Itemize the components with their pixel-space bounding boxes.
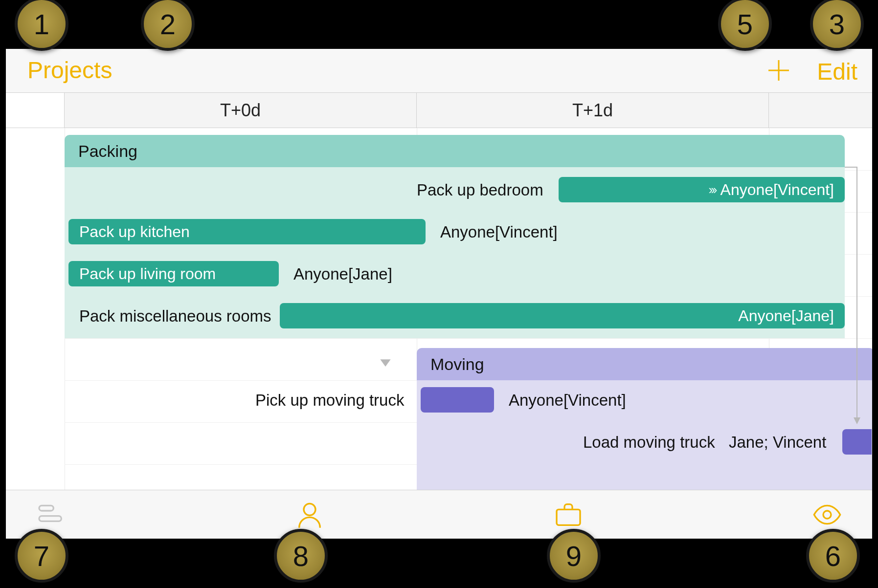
add-icon[interactable]	[765, 57, 792, 86]
toolbar	[6, 490, 872, 539]
time-column-0: T+0d	[65, 93, 417, 128]
svg-marker-3	[380, 359, 390, 367]
task-label-misc: Pack miscellaneous rooms	[79, 307, 271, 326]
task-assignee-bedroom: Anyone[Vincent]	[720, 181, 834, 199]
svg-rect-8	[557, 509, 580, 525]
task-label-bedroom: Pack up bedroom	[417, 181, 543, 199]
packing-title: Packing	[78, 142, 137, 161]
task-assignee-pickup: Anyone[Vincent]	[509, 391, 626, 410]
edit-button[interactable]: Edit	[817, 58, 857, 85]
task-label-kitchen: Pack up kitchen	[79, 223, 190, 241]
task-assignee-living: Anyone[Jane]	[293, 265, 392, 283]
back-button[interactable]: Projects	[27, 57, 112, 84]
chevrons-icon: ›››	[709, 182, 716, 197]
task-bar-living[interactable]: Pack up living room	[68, 261, 279, 286]
callout-5: 5	[718, 0, 772, 51]
task-bar-misc[interactable]: Anyone[Jane]	[280, 303, 845, 328]
callout-2: 2	[141, 0, 195, 51]
timeline-gutter	[6, 93, 65, 128]
task-bar-bedroom[interactable]: ››› Anyone[Vincent]	[559, 177, 845, 202]
timeline-header: T+0d T+1d	[6, 93, 872, 128]
moving-title: Moving	[430, 355, 484, 374]
time-column-1: T+1d	[417, 93, 769, 128]
callout-6: 6	[806, 529, 860, 583]
app-window: Projects Edit T+0d T+1d	[6, 49, 872, 539]
disclosure-triangle-icon[interactable]	[378, 355, 393, 370]
callout-7: 7	[15, 529, 68, 583]
callout-9: 9	[547, 529, 601, 583]
project-view-icon[interactable]	[35, 499, 67, 530]
task-bar-pickup[interactable]	[421, 387, 494, 413]
svg-point-7	[304, 503, 315, 515]
svg-rect-5	[39, 505, 53, 511]
task-assignee-load: Jane; Vincent	[729, 433, 826, 452]
task-assignee-misc: Anyone[Jane]	[738, 307, 834, 325]
svg-rect-6	[39, 516, 61, 521]
gantt-chart[interactable]: Packing Pack up bedroom ››› Anyone[Vince…	[6, 128, 872, 490]
chart-gutter	[6, 128, 65, 490]
eye-icon[interactable]	[811, 499, 843, 530]
task-label-load: Load moving truck	[583, 433, 715, 452]
packing-group-header[interactable]: Packing	[65, 135, 845, 167]
callout-1: 1	[15, 0, 68, 51]
task-bar-kitchen[interactable]: Pack up kitchen	[68, 219, 426, 244]
callout-3: 3	[810, 0, 864, 51]
callout-8: 8	[274, 529, 328, 583]
svg-point-9	[823, 511, 831, 519]
navbar: Projects Edit	[6, 49, 872, 93]
stage: Projects Edit T+0d T+1d	[0, 0, 878, 588]
task-bar-load[interactable]	[842, 429, 872, 455]
task-label-pickup: Pick up moving truck	[255, 391, 404, 410]
contacts-icon[interactable]	[294, 499, 325, 530]
briefcase-icon[interactable]	[553, 499, 584, 530]
task-assignee-kitchen: Anyone[Vincent]	[440, 223, 558, 241]
moving-group-header[interactable]: Moving	[417, 348, 872, 380]
task-label-living: Pack up living room	[79, 265, 216, 283]
